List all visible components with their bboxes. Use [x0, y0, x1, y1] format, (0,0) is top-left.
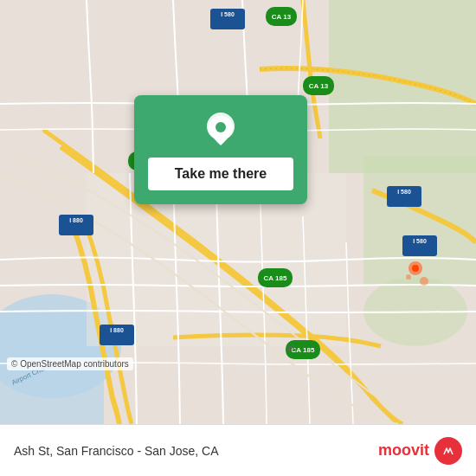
svg-text:I 580: I 580 [221, 11, 235, 17]
svg-text:I 580: I 580 [397, 189, 411, 195]
map-container: I 580 I 580 CA 13 CA 13 CA I 880 I 880 C… [0, 0, 476, 424]
svg-rect-3 [329, 0, 476, 173]
svg-text:CA 13: CA 13 [309, 82, 329, 90]
svg-point-34 [420, 277, 428, 286]
svg-text:CA 13: CA 13 [272, 13, 292, 21]
moovit-logo-icon [434, 437, 462, 465]
svg-text:CA 185: CA 185 [264, 274, 287, 282]
svg-text:I 880: I 880 [110, 327, 124, 333]
svg-point-33 [412, 265, 419, 272]
svg-point-35 [406, 274, 411, 280]
svg-point-37 [215, 122, 226, 132]
attribution-text: © OpenStreetMap contributors [11, 359, 129, 369]
take-me-there-button[interactable]: Take me there [148, 158, 293, 190]
svg-text:I 880: I 880 [69, 217, 83, 223]
location-pin-icon [202, 111, 240, 149]
popup-card: Take me there [134, 95, 307, 204]
svg-text:CA 185: CA 185 [292, 346, 315, 354]
svg-text:as: as [286, 343, 295, 352]
bottom-bar: Ash St, San Francisco - San Jose, CA moo… [0, 424, 476, 476]
moovit-logo: moovit [378, 437, 462, 465]
address-text: Ash St, San Francisco - San Jose, CA [14, 444, 219, 458]
svg-text:I 580: I 580 [413, 238, 427, 244]
address-bar: Ash St, San Francisco - San Jose, CA [14, 444, 378, 458]
moovit-logo-text: moovit [378, 441, 429, 460]
map-attribution: © OpenStreetMap contributors [7, 357, 133, 370]
